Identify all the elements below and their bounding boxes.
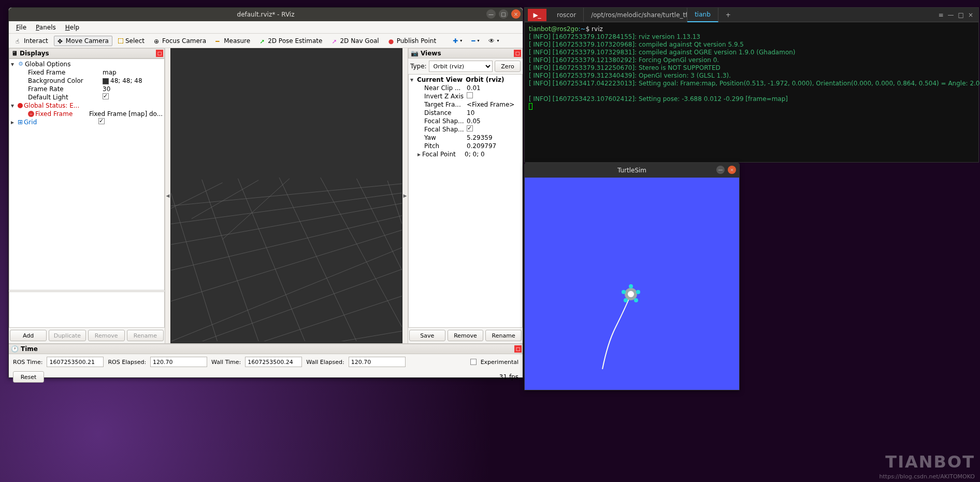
3d-viewport[interactable] [170,48,402,343]
move-icon: ✥ [57,38,64,44]
tool-2d-nav-goal[interactable]: ➚2D Nav Goal [328,36,382,46]
ros-elapsed-field[interactable] [150,357,207,367]
views-tree[interactable]: ▾Current ViewOrbit (rviz) Near Clip ...0… [408,74,523,328]
save-button[interactable]: Save [409,330,445,341]
frame-rate-value[interactable]: 30 [100,85,164,93]
maximize-icon[interactable]: □ [958,11,964,19]
close-panel-icon[interactable]: □ [156,50,163,57]
invert-z-checkbox[interactable] [467,92,473,98]
svg-line-12 [202,180,259,342]
minimize-icon[interactable]: — [716,166,725,174]
rviz-titlebar[interactable]: default.rviz* - RViz — □ × [9,8,523,21]
svg-line-5 [202,269,402,341]
minimize-icon[interactable]: — [486,9,496,19]
menu-file[interactable]: File [13,22,30,33]
menu-icon[interactable]: ≡ [939,11,944,19]
reset-button[interactable]: Reset [13,371,44,383]
grid-checkbox[interactable] [98,118,105,124]
ros-time-field[interactable] [47,357,104,367]
expand-icon[interactable]: ▾ [9,101,16,110]
watermark-url: https://blog.csdn.net/AKITOMOKO [880,473,975,480]
close-icon[interactable]: × [728,166,736,174]
zero-button[interactable]: Zero [495,61,521,72]
focal-shape-fixed-checkbox[interactable] [467,125,473,132]
tool-select[interactable]: Select [114,36,148,46]
panel-splitter-left[interactable]: ◀ [165,48,170,343]
tool-interact[interactable]: ☝Interact [12,36,52,46]
rviz-window: default.rviz* - RViz — □ × File Panels H… [8,7,523,378]
default-light-checkbox[interactable] [103,93,109,99]
bg-color-value[interactable]: 48; 48; 48 [100,77,164,85]
menu-panels[interactable]: Panels [33,22,59,33]
ruler-icon: ━ [215,38,222,44]
tool-move-camera[interactable]: ✥Move Camera [54,36,112,46]
tool-remove-display[interactable]: ━▾ [468,36,483,46]
experimental-checkbox[interactable] [470,359,477,365]
turtlesim-titlebar[interactable]: TurtleSim — × [525,163,739,178]
wall-elapsed-field[interactable] [349,357,406,367]
svg-line-7 [341,331,402,342]
duplicate-button: Duplicate [49,330,85,341]
terminal-tabbar: ▶_ roscor /opt/ros/melodic/share/turtle_… [525,8,978,22]
focal-shape-size-value[interactable]: 0.05 [465,117,522,125]
description-area [9,291,165,328]
expand-icon[interactable]: ▾ [409,76,415,84]
add-button[interactable]: Add [10,330,47,341]
grid-icon: ⊞ [18,118,23,126]
close-icon[interactable]: × [968,11,973,19]
expand-icon[interactable]: ▸ [416,150,422,158]
expand-icon[interactable]: ▸ [9,118,16,126]
displays-header[interactable]: 🖥 Displays □ [9,48,165,59]
view-type-select[interactable]: Orbit (rviz) [429,61,493,72]
displays-tree[interactable]: ▾⚙Global Options Fixed Framemap Backgrou… [9,59,165,290]
time-panel: 🕐 Time □ ROS Time: ROS Elapsed: Wall Tim… [9,343,523,384]
turtlesim-window: TurtleSim — × [524,163,740,390]
tool-measure[interactable]: ━Measure [212,36,254,46]
tool-focus-camera[interactable]: ⊕Focus Camera [150,36,210,46]
wall-time-field[interactable] [245,357,302,367]
tool-add-display[interactable]: ✚▾ [449,36,466,46]
tool-2d-pose-estimate[interactable]: ➚2D Pose Estimate [256,36,326,46]
rename-view-button[interactable]: Rename [485,330,522,341]
close-panel-icon[interactable]: □ [514,50,521,57]
remove-view-button[interactable]: Remove [448,330,484,341]
displays-panel: 🖥 Displays □ ▾⚙Global Options Fixed Fram… [9,48,165,343]
yaw-value[interactable]: 5.29359 [465,134,522,142]
views-header[interactable]: 📷 Views □ [408,48,523,59]
distance-value[interactable]: 10 [465,109,522,117]
type-label: Type: [410,63,427,70]
views-panel: 📷 Views □ Type: Orbit (rviz) Zero ▾Curre… [408,48,523,343]
terminal-tab-0[interactable]: roscor [550,8,584,22]
turtlesim-canvas[interactable] [525,178,739,390]
maximize-icon[interactable]: □ [499,9,508,19]
terminal-tab-1[interactable]: /opt/ros/melodic/share/turtle_tf2 [584,8,687,22]
expand-icon[interactable]: ▾ [9,60,16,68]
svg-line-14 [279,178,356,342]
panel-splitter-right[interactable]: ▶ [402,48,408,343]
rviz-title: default.rviz* - RViz [237,11,295,18]
tool-toggle-visibility[interactable]: 👁▾ [485,36,502,46]
near-clip-value[interactable]: 0.01 [465,84,522,92]
remove-button: Remove [88,330,125,341]
fixed-frame-value[interactable]: map [100,68,164,77]
svg-line-8 [171,183,223,209]
minimize-icon[interactable]: — [948,11,954,19]
close-panel-icon[interactable]: □ [514,345,522,353]
close-icon[interactable]: × [511,9,521,19]
panel-icon: 🖥 [11,50,18,57]
svg-line-3 [171,230,402,301]
time-header[interactable]: 🕐 Time □ [9,344,523,354]
focal-point-value[interactable]: 0; 0; 0 [463,150,522,158]
terminal-output[interactable]: tianbot@ros2go:~$ rviz [ INFO] [16072533… [525,22,978,115]
new-tab-button[interactable]: + [718,8,738,22]
terminal-launcher-icon[interactable]: ▶_ [528,9,546,21]
svg-line-13 [238,179,305,342]
pitch-value[interactable]: 0.209797 [465,142,522,150]
ros-elapsed-label: ROS Elapsed: [108,359,146,366]
target-frame-value[interactable]: <Fixed Frame> [465,100,522,109]
svg-point-21 [628,291,634,297]
tool-publish-point[interactable]: ●Publish Point [385,36,440,46]
svg-line-10 [223,179,290,239]
terminal-tab-2[interactable]: tianb [687,8,718,22]
menu-help[interactable]: Help [62,22,82,33]
